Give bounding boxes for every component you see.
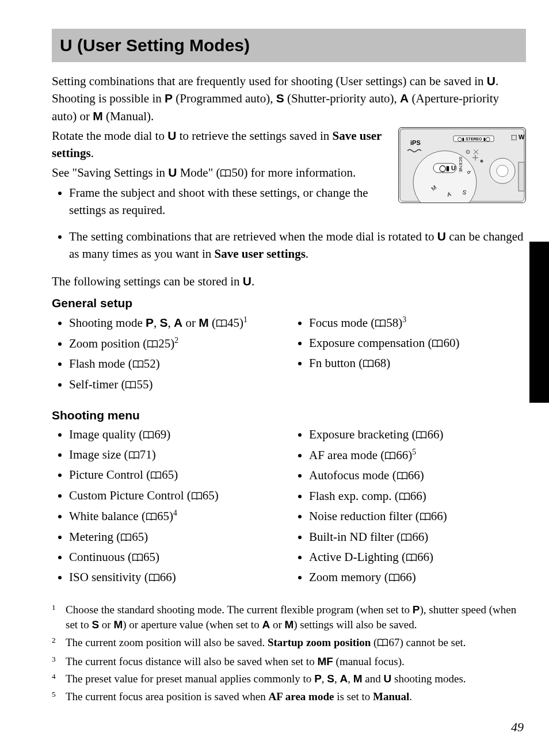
list-item: Shooting mode P, S, A or M (45)1	[69, 314, 286, 333]
general-setup-heading: General setup	[52, 295, 526, 311]
page-ref-number: 45	[227, 316, 239, 330]
text: to retrieve the settings saved in	[176, 129, 332, 143]
intro-paragraph: Setting combinations that are frequently…	[52, 72, 526, 125]
text: ) cannot be set.	[399, 636, 466, 648]
list-item: Active D-Lighting (66)	[309, 549, 526, 567]
text: ,	[334, 673, 340, 685]
page-ref-number: 66	[410, 489, 422, 503]
page-ref-number: 25	[158, 337, 170, 350]
svg-text:⬚ W: ⬚ W	[511, 133, 525, 140]
mode-u-icon: U	[167, 129, 176, 142]
footnote-5: 5 The current focus area position is sav…	[52, 689, 526, 705]
page-ref-icon	[148, 570, 160, 587]
text: Choose the standard shooting mode. The c…	[66, 604, 413, 616]
page-ref-icon	[388, 570, 400, 587]
text: and	[363, 673, 384, 685]
shooting-menu-right: Exposure bracketing (66)AF area mode (66…	[292, 426, 526, 590]
text: Mode" (	[177, 166, 220, 180]
text: ,	[322, 673, 327, 685]
footnote-ref: 1	[243, 315, 247, 324]
page-ref-icon	[396, 468, 408, 485]
text: Image size (	[69, 448, 128, 461]
page-ref-number: 65	[157, 509, 169, 523]
text: or	[270, 618, 284, 631]
text: Zoom memory (	[309, 570, 388, 584]
page-ref-number: 66	[408, 468, 420, 482]
af-area-mode-label: AF area mode	[268, 690, 334, 702]
text: Focus mode (	[309, 316, 375, 330]
page-number: 49	[511, 719, 524, 736]
text: The current focus distance will also be …	[66, 655, 317, 667]
page-ref-icon	[125, 377, 136, 394]
page-ref-icon	[216, 316, 227, 333]
text: AF area mode (	[309, 448, 384, 462]
list-item: Noise reduction filter (66)	[309, 508, 526, 526]
text: Built-in ND filter (	[309, 530, 401, 544]
text: (Programmed auto),	[173, 91, 276, 105]
text: Exposure compensation (	[309, 336, 432, 350]
list-item: Focus mode (58)3	[309, 314, 526, 333]
mode-u-icon: U	[243, 274, 251, 288]
page-ref-number: 66	[431, 509, 443, 523]
mode-m-icon: M	[113, 618, 123, 631]
page-ref-icon	[415, 427, 427, 444]
page-ref-number: 66	[427, 427, 439, 441]
list-item: Frame the subject and shoot with these s…	[69, 185, 389, 219]
page-ref-icon	[132, 550, 143, 567]
page-ref-icon	[420, 509, 431, 526]
page-ref-icon	[150, 468, 162, 484]
footnote-number: 5	[52, 689, 60, 705]
text: .	[306, 247, 308, 261]
page-ref-icon	[375, 316, 386, 333]
svg-text:iPS: iPS	[410, 139, 421, 146]
text: (Shutter-priority auto),	[284, 91, 400, 105]
text: .	[91, 146, 94, 160]
page-ref-number: 66	[412, 530, 424, 544]
mode-mf-icon: MF	[317, 655, 333, 667]
svg-point-15	[497, 165, 508, 177]
text: is set to	[334, 690, 373, 702]
text: White balance (	[69, 509, 146, 523]
see-reference: See "Saving Settings in U Mode" (50) for…	[52, 164, 389, 182]
page-title: U (User Setting Modes)	[60, 33, 518, 58]
page-ref-icon	[120, 530, 132, 547]
footnote-number: 2	[52, 635, 60, 652]
general-setup-left: Shooting mode P, S, A or M (45)1Zoom pos…	[52, 314, 286, 397]
mode-m-icon: M	[284, 618, 293, 631]
text: ISO sensitivity (	[69, 570, 148, 584]
text: Flash exp. comp. (	[309, 489, 399, 503]
mode-m-icon: M	[353, 673, 363, 685]
text: Exposure bracketing (	[309, 427, 415, 441]
svg-text:◯▮ STEREO ▮◯: ◯▮ STEREO ▮◯	[458, 137, 490, 142]
manual-label: Manual	[373, 690, 409, 702]
text: Frame the subject and shoot with these s…	[69, 186, 368, 216]
mode-u-icon: U	[487, 74, 495, 87]
list-item: ISO sensitivity (66)	[69, 569, 286, 587]
text: Custom Picture Control (	[69, 488, 191, 502]
mode-p-icon: P	[146, 316, 154, 329]
text: Continuous (	[69, 550, 132, 564]
page-ref-number: 71	[140, 448, 152, 461]
page-ref-icon	[132, 357, 144, 373]
footnote-number: 1	[52, 602, 60, 633]
page-ref-number: 69	[154, 427, 166, 441]
mode-a-icon: A	[340, 673, 348, 685]
mode-u-icon: U	[168, 166, 177, 179]
instructions-list: Frame the subject and shoot with these s…	[52, 185, 389, 219]
page-ref-icon	[191, 488, 203, 505]
mode-u-icon: U	[437, 230, 446, 243]
page-ref-icon	[147, 337, 158, 353]
footnotes: 1 Choose the standard shooting mode. The…	[52, 602, 526, 705]
startup-zoom-label: Startup zoom position	[268, 636, 371, 648]
mode-p-icon: P	[413, 604, 420, 616]
page-ref-number: 65	[203, 488, 215, 502]
page-ref-number: 60	[443, 336, 455, 350]
page-ref-icon	[401, 530, 412, 547]
text: See "Saving Settings in	[52, 166, 168, 180]
list-item: Image size (71)	[69, 446, 286, 464]
text: Setting combinations that are frequently…	[52, 74, 487, 88]
text: or	[99, 618, 113, 631]
mode-m-icon: M	[199, 316, 209, 329]
text: Image quality (	[69, 427, 143, 441]
general-setup-right: Focus mode (58)3Exposure compensation (6…	[292, 314, 526, 397]
